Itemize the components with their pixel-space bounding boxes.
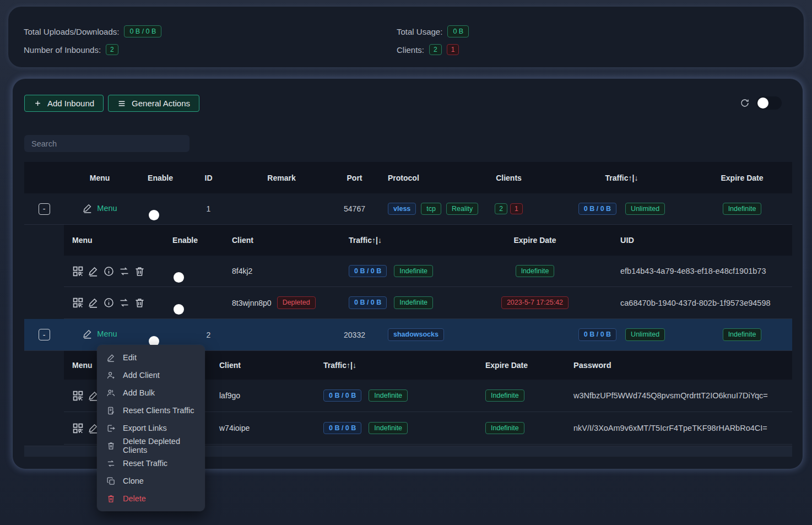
client-expire-badge: Indefinite	[516, 265, 555, 278]
menu-item-add-bulk[interactable]: Add Bulk	[97, 384, 205, 402]
total-uploads-downloads-stat: Total Uploads/Downloads: 0 B / 0 B	[24, 25, 161, 38]
client-traffic-limit-badge: Indefinite	[394, 296, 433, 309]
inbound-2-traffic-limit-badge: Unlimited	[625, 328, 665, 341]
info-icon[interactable]	[103, 297, 115, 308]
client-depleted-badge: Depleted	[277, 296, 316, 309]
menu-item-clone[interactable]: Clone	[97, 472, 205, 490]
inbound-2-id: 2	[207, 331, 211, 339]
total-usage-value: 0 B	[447, 25, 469, 38]
menu-item-edit[interactable]: Edit	[97, 349, 205, 366]
qr-code-icon[interactable]	[72, 423, 84, 434]
header-protocol: Protocol	[378, 174, 419, 182]
sub1-header-expire: Expire Date	[513, 236, 556, 245]
client-uid: efb14b43-4a79-4e83-ef18-e48cf1901b73	[596, 267, 792, 275]
client-traffic-limit-badge: Indefinite	[369, 389, 408, 402]
total-usage-label: Total Usage:	[397, 27, 442, 36]
menu-item-reset-clients-traffic[interactable]: Reset Clients Traffic	[97, 402, 205, 419]
clients-depleted-count: 1	[447, 44, 459, 55]
delete-icon	[106, 494, 116, 504]
collapse-inbound-2-button[interactable]: -	[39, 329, 50, 340]
inbound-2-traffic-badge: 0 B / 0 B	[578, 328, 616, 341]
total-usage-stat: Total Usage: 0 B	[397, 25, 469, 38]
inbound-2-expire-badge: Indefinite	[723, 328, 762, 341]
inbound-1-expire-badge: Indefinite	[723, 203, 762, 215]
dark-mode-toggle[interactable]	[756, 96, 782, 110]
inbounds-panel: Add Inbound General Actions Menu Enable …	[12, 78, 803, 469]
client-name: laf9go	[219, 391, 240, 400]
inbound-1-traffic-limit-badge: Unlimited	[625, 203, 665, 215]
reset-clients-traffic-icon	[106, 406, 116, 415]
header-traffic-sort[interactable]: Traffic↑|↓	[605, 174, 638, 182]
reset-traffic-icon[interactable]	[118, 266, 130, 277]
pencil-icon	[106, 353, 116, 362]
search-input[interactable]	[24, 135, 190, 152]
inbound-1-menu-button[interactable]: Menu	[82, 203, 117, 214]
client-traffic-badge: 0 B / 0 B	[323, 389, 361, 402]
reset-traffic-icon[interactable]	[118, 297, 130, 308]
sub2-header-expire: Expire Date	[469, 361, 568, 370]
inbound-1-traffic-badge: 0 B / 0 B	[578, 203, 616, 215]
collapse-inbound-1-button[interactable]: -	[39, 203, 50, 215]
clients-label: Clients:	[397, 45, 424, 55]
header-port: Port	[347, 174, 362, 182]
sub2-header-traffic-sort[interactable]: Traffic↑|↓	[309, 361, 469, 370]
edit-client-icon[interactable]	[88, 297, 99, 308]
hamburger-icon	[117, 99, 126, 108]
header-expire-date: Expire Date	[721, 174, 763, 182]
toolbar: Add Inbound General Actions	[24, 95, 199, 112]
export-links-icon	[106, 424, 116, 433]
protocol-badge: shadowsocks	[388, 328, 444, 341]
inbound-1-clients-table: Menu Enable Client Traffic↑|↓ Expire Dat…	[64, 225, 792, 319]
info-icon[interactable]	[103, 266, 115, 277]
header-enable: Enable	[148, 174, 173, 182]
sub1-header-enable: Enable	[172, 236, 198, 245]
menu-item-reset-traffic[interactable]: Reset Traffic	[97, 454, 205, 472]
client-traffic-badge: 0 B / 0 B	[349, 296, 387, 309]
add-inbound-label: Add Inbound	[47, 99, 94, 108]
qr-code-icon[interactable]	[72, 266, 84, 277]
inbound-1-id: 1	[207, 204, 211, 213]
network-badge: tcp	[421, 203, 441, 215]
header-remark: Remark	[267, 174, 295, 182]
sub1-header-client: Client	[210, 236, 315, 245]
pencil-icon	[82, 328, 93, 339]
sub2-header-client: Client	[210, 361, 309, 370]
add-inbound-button[interactable]: Add Inbound	[24, 95, 104, 112]
menu-item-add-client[interactable]: Add Client	[97, 366, 205, 384]
inbound-1-clients-depleted: 1	[510, 203, 523, 214]
clients-stat: Clients: 2 1	[397, 43, 469, 56]
sub1-header-traffic-sort[interactable]: Traffic↑|↓	[315, 236, 474, 245]
qr-code-icon[interactable]	[72, 297, 84, 308]
menu-item-export-links[interactable]: Export Links	[97, 419, 205, 437]
inbound-2-port: 20332	[344, 331, 365, 339]
total-uploads-downloads-label: Total Uploads/Downloads:	[24, 27, 119, 36]
refresh-icon[interactable]	[740, 98, 750, 108]
general-actions-button[interactable]: General Actions	[108, 95, 199, 112]
number-of-inbounds-label: Number of Inbounds:	[24, 45, 101, 55]
client-traffic-badge: 0 B / 0 B	[349, 265, 387, 278]
security-badge: Reality	[446, 203, 478, 215]
client-name: 8t3wjnn8p0	[232, 299, 272, 307]
menu-item-delete-depleted-clients[interactable]: Delete Depleted Clients	[97, 437, 205, 454]
header-menu: Menu	[90, 174, 110, 182]
inbound-2-menu-button[interactable]: Menu	[82, 328, 117, 339]
client-traffic-limit-badge: Indefinite	[394, 265, 433, 278]
inbound-context-menu: Edit Add Client Add Bulk Reset Clients T…	[97, 345, 205, 511]
menu-item-delete[interactable]: Delete	[97, 490, 205, 507]
client-row: 8f4kj2 0 B / 0 B Indefinite Indefinite e…	[64, 256, 792, 287]
add-client-icon	[106, 371, 116, 380]
header-id: ID	[205, 174, 213, 182]
qr-code-icon[interactable]	[72, 390, 84, 402]
client-expire-badge: Indefinite	[485, 422, 524, 435]
client-name: w74ioipe	[219, 424, 250, 432]
delete-client-icon[interactable]	[134, 297, 145, 308]
client-traffic-limit-badge: Indefinite	[369, 422, 408, 435]
client-uid: ca68470b-1940-437d-802b-1f9573e94598	[596, 299, 792, 307]
protocol-badge: vless	[388, 203, 416, 215]
client-traffic-badge: 0 B / 0 B	[323, 422, 361, 435]
reset-traffic-icon	[106, 459, 116, 468]
stats-card: Total Uploads/Downloads: 0 B / 0 B Numbe…	[8, 7, 804, 67]
delete-client-icon[interactable]	[134, 266, 145, 277]
inbound-1-clients-active: 2	[495, 203, 507, 214]
edit-client-icon[interactable]	[88, 266, 99, 277]
